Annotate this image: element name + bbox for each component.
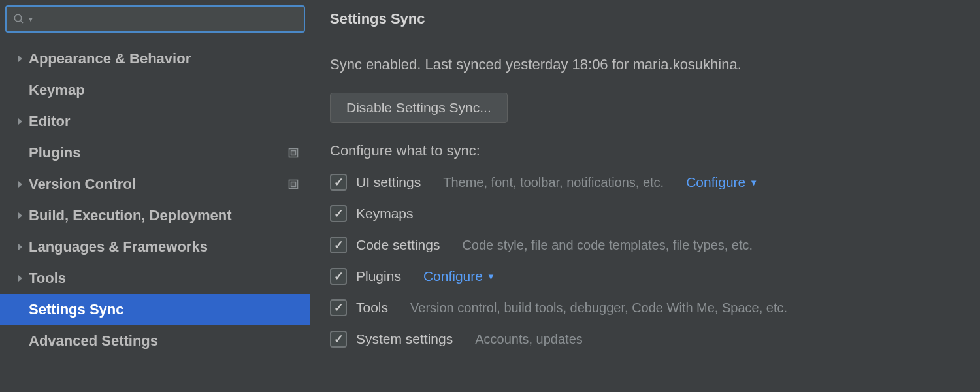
chevron-down-icon: ▼ (749, 178, 758, 188)
configure-section-label: Configure what to sync: (330, 142, 960, 159)
sync-item-checkbox[interactable] (330, 174, 347, 191)
sidebar-item-label: Version Control (29, 176, 288, 193)
chevron-right-icon (12, 55, 29, 63)
sidebar-item-label: Tools (29, 270, 310, 287)
sync-item-row: Code settingsCode style, file and code t… (330, 237, 960, 253)
sidebar-item-advanced-settings[interactable]: Advanced Settings (0, 325, 310, 357)
page-title: Settings Sync (330, 10, 960, 27)
sidebar-item-label: Settings Sync (29, 301, 310, 318)
sync-item-label: Plugins (356, 269, 401, 284)
search-input[interactable] (38, 12, 297, 27)
sidebar-item-plugins[interactable]: Plugins (0, 137, 310, 169)
sync-item-label: Tools (356, 300, 388, 316)
search-options-chevron-icon[interactable]: ▼ (27, 16, 34, 23)
sidebar-item-label: Appearance & Behavior (29, 50, 310, 67)
sync-item-row: Keymaps (330, 205, 960, 222)
sync-item-desc: Code style, file and code templates, fil… (462, 238, 753, 253)
settings-sidebar: ▼ Appearance & BehaviorKeymapEditorPlugi… (0, 0, 310, 392)
sidebar-item-appearance-behavior[interactable]: Appearance & Behavior (0, 43, 310, 74)
chevron-right-icon (12, 180, 29, 188)
sidebar-item-settings-sync[interactable]: Settings Sync (0, 294, 310, 325)
svg-rect-3 (291, 151, 296, 155)
search-box[interactable]: ▼ (5, 5, 305, 33)
sync-item-checkbox[interactable] (330, 237, 347, 253)
sync-item-desc: Theme, font, toolbar, notifications, etc… (443, 175, 664, 190)
chevron-right-icon (12, 212, 29, 220)
project-level-icon (288, 148, 299, 158)
sync-items-list: UI settingsTheme, font, toolbar, notific… (330, 174, 960, 348)
configure-link[interactable]: Configure▼ (686, 174, 758, 190)
sidebar-item-keymap[interactable]: Keymap (0, 74, 310, 106)
configure-link[interactable]: Configure▼ (423, 269, 495, 284)
settings-tree: Appearance & BehaviorKeymapEditorPlugins… (0, 41, 310, 392)
disable-sync-button[interactable]: Disable Settings Sync... (330, 93, 508, 123)
sync-status-text: Sync enabled. Last synced yesterday 18:0… (330, 56, 960, 73)
search-wrap: ▼ (0, 0, 310, 41)
chevron-down-icon: ▼ (487, 272, 495, 282)
svg-rect-5 (291, 182, 296, 187)
sync-item-desc: Version control, build tools, debugger, … (410, 301, 787, 316)
search-icon (13, 13, 25, 25)
sidebar-item-build-execution-deployment[interactable]: Build, Execution, Deployment (0, 200, 310, 231)
sync-item-row: UI settingsTheme, font, toolbar, notific… (330, 174, 960, 191)
sidebar-item-label: Plugins (29, 144, 288, 161)
chevron-right-icon (12, 274, 29, 282)
settings-main: Settings Sync Sync enabled. Last synced … (310, 0, 980, 392)
sync-item-checkbox[interactable] (330, 331, 347, 348)
sync-item-checkbox[interactable] (330, 268, 347, 285)
sidebar-item-label: Languages & Frameworks (29, 238, 310, 255)
sync-item-row: System settingsAccounts, updates (330, 331, 960, 348)
sync-item-row: ToolsVersion control, build tools, debug… (330, 299, 960, 316)
svg-point-0 (14, 14, 22, 22)
sidebar-item-editor[interactable]: Editor (0, 106, 310, 137)
sync-item-label: System settings (356, 331, 453, 347)
chevron-right-icon (12, 118, 29, 125)
sidebar-item-tools[interactable]: Tools (0, 263, 310, 294)
sidebar-item-label: Keymap (29, 82, 310, 99)
sync-item-checkbox[interactable] (330, 299, 347, 316)
sync-item-label: Keymaps (356, 206, 414, 221)
sync-item-label: Code settings (356, 237, 440, 253)
project-level-icon (288, 179, 299, 189)
sync-item-desc: Accounts, updates (475, 332, 583, 347)
sync-item-label: UI settings (356, 174, 421, 190)
sidebar-item-label: Build, Execution, Deployment (29, 207, 310, 224)
svg-line-1 (20, 20, 23, 23)
sidebar-item-languages-frameworks[interactable]: Languages & Frameworks (0, 231, 310, 263)
sidebar-item-label: Editor (29, 113, 310, 130)
sidebar-item-label: Advanced Settings (29, 333, 310, 350)
chevron-right-icon (12, 243, 29, 251)
sidebar-item-version-control[interactable]: Version Control (0, 169, 310, 200)
sync-item-checkbox[interactable] (330, 205, 347, 222)
sync-item-row: PluginsConfigure▼ (330, 268, 960, 285)
